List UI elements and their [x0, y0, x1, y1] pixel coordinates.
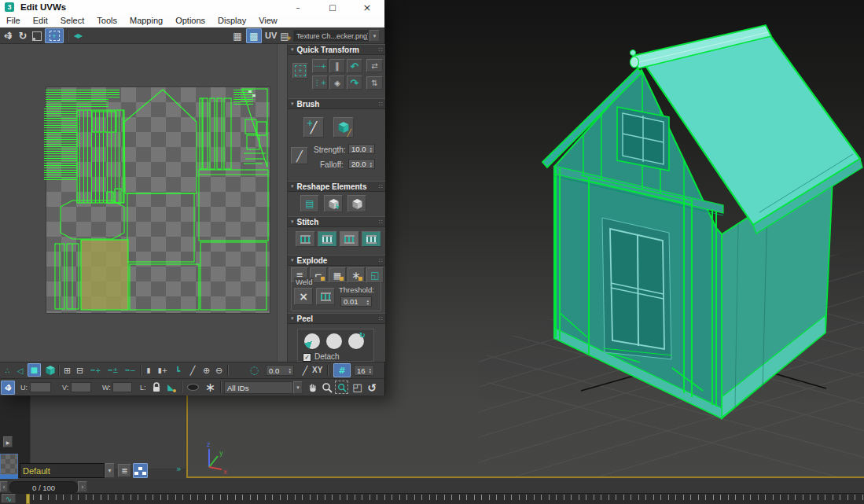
edge-mode-button[interactable]: ◁ — [14, 364, 26, 377]
spinner-arrows[interactable]: ▴▾ — [369, 146, 372, 153]
docked-minimized-window[interactable] — [0, 454, 18, 475]
loop-grow-button[interactable]: ╍+ — [88, 364, 104, 377]
freeze-selected-button[interactable]: ∗ — [203, 380, 218, 395]
grid-snap-button[interactable]: # — [333, 363, 351, 377]
minimize-button[interactable]: – — [281, 0, 315, 14]
time-slider-handle[interactable] — [26, 494, 30, 504]
zoom-button[interactable] — [320, 380, 333, 395]
menu-file[interactable]: File — [0, 14, 27, 27]
workspace-selector[interactable]: Default — [20, 463, 105, 478]
qt-target-button[interactable]: + — [292, 63, 308, 79]
falloff-field[interactable]: 20.0 ▴▾ — [348, 159, 375, 169]
canvas-scroll-strip[interactable] — [277, 44, 287, 362]
soft-selection-field[interactable]: 0.0 ▴▾ — [266, 365, 294, 376]
rollout-quick-transform[interactable]: ▾ Quick Transform ∷ — [288, 44, 385, 55]
strength-field[interactable]: 10.0 ▴▾ — [348, 144, 375, 154]
spinner-arrows[interactable]: ▴▾ — [369, 161, 372, 167]
soft-selection-button[interactable]: ◌ — [248, 363, 261, 377]
hide-selected-button[interactable] — [186, 380, 200, 395]
spinner-arrows[interactable]: ▴▾ — [366, 299, 369, 305]
quick-peel-button[interactable] — [304, 333, 320, 349]
space-elements-button[interactable]: ◈ — [329, 75, 345, 90]
relax-button[interactable] — [347, 195, 366, 212]
track-bar[interactable] — [0, 493, 864, 504]
ring-grow-button[interactable]: ▮+ — [156, 364, 170, 377]
texture-dropdown-arrow[interactable]: ▾ — [369, 30, 380, 42]
rollout-stitch[interactable]: ▾ Stitch ∷ — [288, 216, 385, 227]
w-coordinate-field[interactable] — [112, 382, 132, 392]
u-coordinate-field[interactable] — [30, 382, 51, 392]
rollout-peel[interactable]: ▾ Peel ∷ — [288, 313, 385, 324]
menu-mapping[interactable]: Mapping — [123, 14, 169, 27]
brush-falloff-button[interactable]: ╱ — [291, 147, 308, 164]
threshold-field[interactable]: 0.01 ▴▾ — [340, 296, 372, 307]
vertex-mode-button[interactable]: ∴ — [2, 364, 13, 377]
ring-select-button[interactable]: ▮ — [143, 364, 154, 377]
stitch-custom-button[interactable] — [296, 231, 315, 247]
pan-button[interactable] — [306, 380, 318, 395]
zoom-extents-button[interactable]: ◰ — [351, 380, 364, 395]
layers-button[interactable]: ≣ — [118, 464, 131, 477]
lock-selection-button[interactable] — [150, 380, 163, 395]
weld-together-button[interactable] — [316, 288, 335, 305]
title-bar[interactable]: 3 Edit UVWs – □ × — [0, 0, 384, 14]
loop-shrink-button[interactable]: ╍− — [123, 364, 138, 377]
falloff-curve-button[interactable]: ╱ — [300, 364, 311, 377]
linear-align-button[interactable]: ∥ — [329, 59, 345, 73]
absolute-offset-toggle[interactable]: ↔↕ — [1, 381, 15, 395]
filter-selected-faces-button[interactable]: ◣ — [164, 380, 178, 395]
relax-until-flat-button[interactable]: ϟ — [324, 195, 343, 212]
freeform-mode-button[interactable]: + — [45, 28, 64, 43]
pack-elements-button[interactable]: ◱ — [366, 267, 384, 283]
peel-mode-button[interactable] — [326, 333, 342, 349]
v-coordinate-field[interactable] — [71, 382, 91, 392]
menu-tools[interactable]: Tools — [90, 14, 123, 27]
move-tool-button[interactable]: ↔↕ — [2, 29, 15, 42]
space-horizontal-button[interactable]: ⇄ — [366, 59, 383, 72]
polygon-mode-button[interactable]: ■ — [28, 363, 41, 377]
zoom-region-button[interactable] — [335, 381, 348, 394]
schematic-view-button[interactable] — [133, 463, 148, 478]
rotate-ccw-button[interactable]: ↶ — [347, 59, 362, 73]
pelt-map-button[interactable]: ↻ — [348, 333, 364, 349]
rotate-cw-button[interactable]: ↷ — [347, 75, 362, 90]
show-pattern-button[interactable]: ▦ — [230, 29, 244, 42]
rollout-reshape-elements[interactable]: ▾ Reshape Elements ∷ — [288, 181, 385, 192]
mirror-tool-button[interactable]: ◀▶ — [70, 29, 86, 42]
rotate-tool-button[interactable]: ↻ — [17, 29, 29, 42]
align-horizontal-button[interactable]: ⋯+ — [312, 59, 328, 73]
workspace-dropdown-button[interactable]: ▾ — [105, 463, 115, 478]
stitch-average-button[interactable] — [340, 231, 359, 247]
show-checker-button[interactable]: ▩ — [246, 28, 262, 43]
material-id-dropdown[interactable]: All IDs — [224, 381, 293, 394]
grow-selection-button[interactable]: ⊞ — [61, 364, 73, 377]
rollout-brush[interactable]: ▾ Brush ∷ — [288, 98, 385, 109]
align-vertical-button[interactable]: ⋮+ — [312, 75, 328, 90]
paint-select-subtract-button[interactable]: ⊖ — [213, 364, 225, 377]
grid-size-field[interactable]: 16 ▴▾ — [354, 365, 374, 376]
relax-brush-button[interactable]: ╱ — [333, 117, 354, 138]
mini-curve-editor-button[interactable]: ∿ — [2, 494, 16, 503]
texture-selector-dropdown[interactable]: Texture Ch...ecker.png) — [293, 30, 369, 42]
next-frame-button[interactable]: › — [78, 481, 87, 492]
time-slider[interactable]: 0 / 100 — [9, 481, 78, 494]
menu-options[interactable]: Options — [169, 14, 211, 27]
uv-canvas[interactable] — [0, 44, 277, 362]
scale-tool-button[interactable] — [31, 30, 43, 42]
explode-elements-button[interactable]: ∗ — [347, 267, 365, 283]
detach-checkbox[interactable]: ✓ — [303, 353, 311, 362]
maximize-button[interactable]: □ — [315, 0, 350, 14]
weld-selected-button[interactable]: × — [294, 288, 313, 305]
paint-select-button[interactable]: ╱ — [187, 364, 198, 377]
paint-move-brush-button[interactable]: ╱ + — [303, 117, 324, 138]
expand-panel-button[interactable]: ▶ — [3, 436, 13, 447]
previous-frame-button[interactable]: ‹ — [0, 481, 8, 492]
close-button[interactable]: × — [350, 0, 384, 14]
xy-space-label[interactable]: XY — [312, 366, 322, 374]
shrink-selection-button[interactable]: ⊟ — [74, 364, 86, 377]
spinner-arrows[interactable]: ▴▾ — [369, 367, 371, 373]
menu-select[interactable]: Select — [54, 14, 91, 27]
loop-select-button[interactable]: ╍± — [105, 364, 121, 377]
space-vertical-button[interactable]: ⇅ — [366, 76, 383, 90]
element-mode-button[interactable] — [43, 363, 57, 377]
